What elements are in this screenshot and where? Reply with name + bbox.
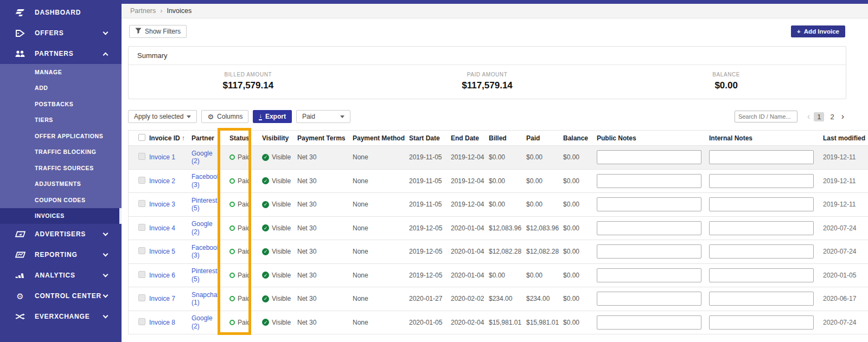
search-input[interactable]: [735, 111, 797, 122]
public-notes-input[interactable]: [597, 268, 701, 282]
invoice-id-link[interactable]: Invoice 4: [149, 224, 175, 232]
summary-stat: BILLED AMOUNT $117,579.14: [129, 72, 368, 91]
invoice-id-link[interactable]: Invoice 6: [149, 272, 175, 279]
sidebar-item-advertisers[interactable]: ADVERTISERS: [0, 224, 122, 244]
sidebar-subitem[interactable]: TRAFFIC BLOCKING: [0, 144, 122, 160]
column-header-end-date[interactable]: End Date: [451, 134, 489, 142]
download-icon: ↓: [259, 113, 262, 120]
column-header-partner[interactable]: Partner: [192, 134, 229, 142]
sidebar-subitem[interactable]: INVOICES: [0, 208, 122, 224]
internal-notes-input[interactable]: [709, 197, 814, 211]
invoice-id-link[interactable]: Invoice 3: [149, 201, 175, 208]
sidebar-item-offers[interactable]: OFFERS: [0, 23, 122, 43]
invoice-id-link[interactable]: Invoice 2: [149, 177, 175, 185]
invoice-id-link[interactable]: Invoice 5: [149, 248, 175, 255]
column-header-start-date[interactable]: Start Date: [409, 134, 451, 142]
sidebar-subitem[interactable]: ADJUSTMENTS: [0, 176, 122, 192]
select-all-checkbox[interactable]: [138, 134, 145, 141]
column-header-last-modified[interactable]: Last modified: [823, 134, 868, 142]
partner-link[interactable]: Google(2): [192, 220, 226, 236]
partner-link[interactable]: Snapchat(1): [192, 291, 226, 307]
pagination-page[interactable]: 2: [827, 112, 837, 121]
partner-link[interactable]: Facebook(3): [192, 173, 226, 189]
sidebar-item-everxchange[interactable]: EVERXCHANGE: [0, 306, 122, 327]
pagination-page[interactable]: 1: [814, 112, 824, 121]
internal-notes-input[interactable]: [709, 292, 814, 306]
apply-to-selected-dropdown[interactable]: Apply to selected: [128, 110, 197, 123]
column-header-billed[interactable]: Billed: [489, 134, 526, 142]
public-notes-input[interactable]: [597, 197, 701, 211]
public-notes-input[interactable]: [597, 292, 701, 306]
row-checkbox[interactable]: [138, 271, 145, 278]
partner-link[interactable]: Facebook(3): [192, 244, 226, 260]
add-invoice-button[interactable]: + Add Invoice: [791, 25, 845, 37]
visibility-cell: ✓Visible: [262, 272, 297, 279]
show-filters-button[interactable]: Show Filters: [129, 25, 187, 38]
breadcrumb: Partners › Invoices: [122, 4, 868, 18]
pagination-next-icon[interactable]: ›: [841, 112, 844, 121]
row-checkbox[interactable]: [138, 177, 145, 184]
columns-button[interactable]: ⚙ Columns: [201, 110, 248, 123]
column-header-internal-notes[interactable]: Internal Notes: [709, 134, 823, 142]
column-header-invoice-id[interactable]: Invoice ID↑: [149, 134, 192, 142]
end-date-cell: 2020-01-04: [451, 224, 489, 232]
partner-link[interactable]: Google(2): [192, 150, 226, 165]
row-checkbox[interactable]: [138, 200, 145, 207]
status-cell: Paid: [229, 248, 262, 255]
invoice-id-link[interactable]: Invoice 8: [149, 319, 175, 326]
invoice-id-link[interactable]: Invoice 1: [149, 153, 175, 161]
table-row: Invoice 8 Google(2) Paid ✓Visible Net 30…: [129, 311, 868, 335]
table-row: Invoice 7 Snapchat(1) Paid ✓Visible Net …: [129, 287, 868, 311]
public-notes-input[interactable]: [597, 221, 701, 235]
sidebar-subitem[interactable]: POSTBACKS: [0, 96, 122, 112]
column-header-paid[interactable]: Paid: [526, 134, 563, 142]
sidebar-item-control-center[interactable]: ⚙ CONTROL CENTER: [0, 286, 122, 306]
people-icon: [14, 50, 26, 57]
sidebar-subitem[interactable]: OFFER APPLICATIONS: [0, 128, 122, 144]
column-header-payment-method[interactable]: Payment Method: [353, 134, 409, 142]
status-filter-dropdown[interactable]: Paid: [296, 110, 350, 123]
sidebar-item-partners[interactable]: PARTNERS: [0, 43, 122, 64]
partner-link[interactable]: Pinterest(5): [192, 197, 226, 212]
column-header-payment-terms[interactable]: Payment Terms: [297, 134, 353, 142]
public-notes-input[interactable]: [597, 150, 701, 164]
sidebar-item-dashboard[interactable]: DASHBOARD: [0, 2, 122, 23]
row-checkbox[interactable]: [138, 318, 145, 325]
internal-notes-input[interactable]: [709, 268, 814, 282]
public-notes-input[interactable]: [597, 244, 701, 259]
balance-cell: $0.00: [563, 224, 597, 232]
sidebar-subitem[interactable]: TIERS: [0, 112, 122, 128]
internal-notes-input[interactable]: [709, 221, 814, 235]
sidebar-item-reporting[interactable]: REPORTING: [0, 244, 122, 265]
public-notes-input[interactable]: [597, 315, 701, 330]
sidebar-item-analytics[interactable]: ANALYTICS: [0, 265, 122, 286]
invoice-id-link[interactable]: Invoice 7: [149, 295, 175, 302]
pagination-prev-icon[interactable]: ‹: [807, 112, 810, 121]
column-header-visibility[interactable]: Visibility: [262, 134, 297, 142]
row-checkbox[interactable]: [138, 153, 145, 160]
payment-terms-cell: Net 30: [297, 272, 353, 279]
row-checkbox[interactable]: [138, 224, 145, 231]
internal-notes-input[interactable]: [709, 150, 814, 164]
row-checkbox[interactable]: [138, 294, 145, 301]
internal-notes-input[interactable]: [709, 315, 814, 330]
row-checkbox[interactable]: [138, 247, 145, 254]
summary-stat-label: BALANCE: [607, 72, 846, 78]
column-header-status[interactable]: Status: [229, 134, 262, 142]
start-date-cell: 2020-01-05: [409, 319, 451, 326]
public-notes-input[interactable]: [597, 174, 701, 188]
partner-link[interactable]: Pinterest(5): [192, 267, 226, 283]
breadcrumb-parent[interactable]: Partners: [130, 7, 156, 15]
internal-notes-input[interactable]: [709, 244, 814, 259]
sidebar-subitem[interactable]: ADD: [0, 80, 122, 96]
sidebar-subitem[interactable]: MANAGE: [0, 64, 122, 80]
sidebar-subitem[interactable]: COUPON CODES: [0, 192, 122, 208]
partner-link[interactable]: Google(2): [192, 314, 226, 330]
column-header-public-notes[interactable]: Public Notes: [597, 134, 709, 142]
export-button[interactable]: ↓ Export: [253, 110, 292, 123]
status-label: Paid: [238, 319, 251, 326]
column-header-balance[interactable]: Balance: [563, 134, 597, 142]
sidebar-subitem[interactable]: TRAFFIC SOURCES: [0, 160, 122, 176]
visible-check-icon: ✓: [262, 224, 269, 231]
internal-notes-input[interactable]: [709, 174, 814, 188]
